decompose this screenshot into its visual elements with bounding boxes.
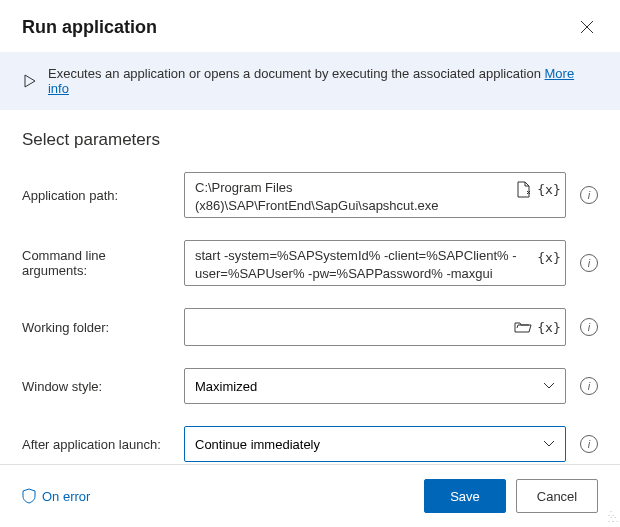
resize-grip[interactable]: ∴∴∴	[608, 511, 616, 523]
play-outline-icon	[22, 73, 38, 89]
close-icon	[580, 20, 594, 34]
variable-picker-button[interactable]: {x}	[539, 247, 559, 267]
dialog-body: Select parameters Application path: C:\P…	[0, 110, 620, 462]
chevron-down-icon	[543, 382, 555, 390]
variable-picker-button[interactable]: {x}	[539, 179, 559, 199]
value-cmd-args: start -system=%SAPSystemId% -client=%SAP…	[195, 247, 539, 282]
row-application-path: Application path: C:\Program Files (x86)…	[22, 172, 598, 218]
file-picker-button[interactable]	[513, 179, 533, 199]
variable-picker-button[interactable]: {x}	[539, 317, 559, 337]
chevron-down-icon	[543, 440, 555, 448]
help-working-folder[interactable]: i	[580, 318, 598, 336]
label-after-launch: After application launch:	[22, 437, 170, 452]
input-application-path[interactable]: C:\Program Files (x86)\SAP\FrontEnd\SapG…	[184, 172, 566, 218]
input-working-folder[interactable]: {x}	[184, 308, 566, 346]
value-after-launch: Continue immediately	[195, 437, 320, 452]
close-button[interactable]	[576, 16, 598, 38]
folder-picker-button[interactable]	[513, 317, 533, 337]
select-window-style[interactable]: Maximized	[184, 368, 566, 404]
value-window-style: Maximized	[195, 379, 257, 394]
row-cmd-args: Command line arguments: start -system=%S…	[22, 240, 598, 286]
dialog-title: Run application	[22, 17, 157, 38]
label-application-path: Application path:	[22, 188, 170, 203]
label-working-folder: Working folder:	[22, 320, 170, 335]
row-window-style: Window style: Maximized i	[22, 368, 598, 404]
info-bar: Executes an application or opens a docum…	[0, 52, 620, 110]
dialog-footer: On error Save Cancel	[0, 464, 620, 527]
section-title: Select parameters	[22, 130, 598, 150]
input-cmd-args[interactable]: start -system=%SAPSystemId% -client=%SAP…	[184, 240, 566, 286]
select-after-launch[interactable]: Continue immediately	[184, 426, 566, 462]
folder-icon	[514, 320, 532, 334]
footer-buttons: Save Cancel	[424, 479, 598, 513]
row-after-launch: After application launch: Continue immed…	[22, 426, 598, 462]
help-cmd-args[interactable]: i	[580, 254, 598, 272]
on-error-link[interactable]: On error	[22, 488, 90, 504]
value-application-path: C:\Program Files (x86)\SAP\FrontEnd\SapG…	[195, 179, 513, 214]
save-button[interactable]: Save	[424, 479, 506, 513]
row-working-folder: Working folder: {x} i	[22, 308, 598, 346]
shield-icon	[22, 488, 36, 504]
help-after-launch[interactable]: i	[580, 435, 598, 453]
dialog-header: Run application	[0, 0, 620, 52]
label-cmd-args: Command line arguments:	[22, 248, 170, 278]
help-application-path[interactable]: i	[580, 186, 598, 204]
info-text: Executes an application or opens a docum…	[48, 66, 598, 96]
help-window-style[interactable]: i	[580, 377, 598, 395]
label-window-style: Window style:	[22, 379, 170, 394]
cancel-button[interactable]: Cancel	[516, 479, 598, 513]
file-icon	[516, 181, 531, 198]
